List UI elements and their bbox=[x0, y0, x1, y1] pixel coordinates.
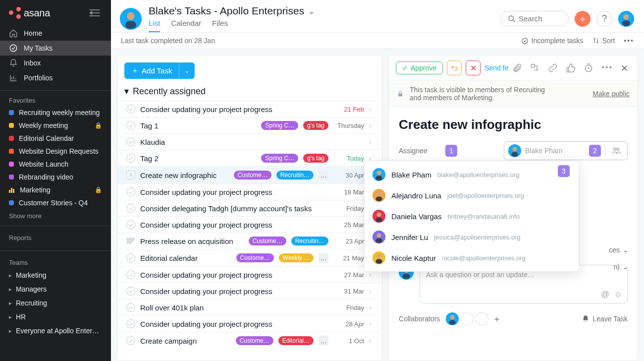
more-icon[interactable]: ••• bbox=[601, 63, 613, 73]
add-task-button[interactable]: ＋ Add Task bbox=[124, 62, 179, 79]
assignee-option[interactable]: Jennifer Lujessica@apolloenterprises.org bbox=[365, 227, 579, 247]
complete-checkbox[interactable] bbox=[126, 336, 135, 345]
project-pill[interactable]: g's tag bbox=[303, 121, 328, 130]
attachment-icon[interactable] bbox=[512, 63, 522, 73]
tab-calendar[interactable]: Calendar bbox=[171, 19, 201, 32]
task-row[interactable]: Consider updating your project progress1… bbox=[117, 183, 382, 200]
sidebar-favorite[interactable]: Customer Stories - Q4 bbox=[0, 196, 111, 209]
nav-my-tasks[interactable]: My Tasks bbox=[0, 41, 111, 56]
add-collaborator-slot[interactable] bbox=[476, 312, 488, 325]
search-box[interactable] bbox=[500, 11, 569, 26]
chevron-right-icon[interactable]: › bbox=[369, 337, 376, 345]
reports-heading[interactable]: Reports bbox=[0, 227, 111, 243]
project-pill[interactable]: Custome… bbox=[236, 253, 274, 262]
approve-button[interactable]: ✓ Approve bbox=[396, 61, 443, 74]
task-row[interactable]: Tag 1Spring C…g's tagThursday› bbox=[117, 117, 382, 133]
project-pill[interactable]: g's tag bbox=[303, 154, 328, 163]
search-input[interactable] bbox=[519, 14, 559, 23]
sidebar-team[interactable]: ▸Everyone at Apollo Enter… bbox=[0, 324, 111, 338]
chevron-right-icon[interactable]: › bbox=[369, 138, 376, 146]
followers-icon[interactable] bbox=[609, 147, 623, 155]
task-row[interactable]: Tag 2Spring C…g's tagToday› bbox=[117, 150, 382, 166]
project-pill[interactable]: Editorial… bbox=[278, 336, 314, 345]
tab-list[interactable]: List bbox=[149, 19, 160, 32]
assignee-option[interactable]: Alejandro Lunajoel@apolloenterprises.org bbox=[365, 185, 579, 206]
assignee-option[interactable]: Daniela Vargasbritney@randasana6.info bbox=[365, 206, 579, 227]
timer-icon[interactable] bbox=[584, 63, 593, 73]
chevron-right-icon[interactable]: › bbox=[369, 303, 376, 311]
project-pill[interactable]: Custome… bbox=[236, 336, 273, 345]
assignee-picker[interactable]: Blake Pham 2 bbox=[504, 141, 628, 160]
owner-avatar[interactable] bbox=[120, 8, 142, 30]
show-more-link[interactable]: Show more bbox=[0, 209, 111, 223]
complete-checkbox[interactable] bbox=[126, 303, 135, 312]
project-pill[interactable]: Custome… bbox=[249, 237, 286, 245]
sidebar-team[interactable]: ▸Marketing bbox=[0, 268, 111, 282]
project-pill[interactable]: Spring C… bbox=[261, 121, 298, 130]
complete-checkbox[interactable] bbox=[126, 154, 135, 163]
mention-icon[interactable]: @ bbox=[601, 290, 609, 299]
complete-checkbox[interactable] bbox=[126, 204, 135, 213]
more-projects-icon[interactable]: … bbox=[319, 253, 328, 263]
me-avatar[interactable] bbox=[618, 11, 634, 27]
project-pill[interactable]: Weekly … bbox=[279, 253, 314, 262]
sidebar-favorite[interactable]: Rebranding video bbox=[0, 171, 111, 183]
task-row[interactable]: Klaudia› bbox=[117, 133, 382, 150]
logo[interactable]: asana bbox=[9, 7, 50, 19]
chevron-right-icon[interactable]: › bbox=[369, 287, 376, 295]
project-pill[interactable]: Custome… bbox=[234, 171, 271, 180]
assignee-option[interactable]: Nicole Kapturnicole@apolloenterprises.or… bbox=[365, 247, 579, 268]
chevron-right-icon[interactable]: › bbox=[369, 105, 376, 113]
sidebar-favorite[interactable]: Website Launch bbox=[0, 158, 111, 171]
sidebar-collapse-icon[interactable] bbox=[87, 7, 102, 19]
complete-checkbox[interactable] bbox=[126, 253, 135, 262]
complete-checkbox[interactable] bbox=[126, 287, 135, 296]
task-row[interactable]: Consider updating your project progress2… bbox=[117, 266, 382, 283]
chevron-right-icon[interactable]: › bbox=[369, 271, 376, 279]
add-task-dropdown[interactable]: ⌄ bbox=[179, 62, 195, 79]
help-button[interactable]: ? bbox=[596, 11, 612, 27]
nav-home[interactable]: Home bbox=[0, 26, 111, 41]
complete-checkbox[interactable] bbox=[126, 220, 135, 229]
send-feedback-link[interactable]: Send fe bbox=[484, 64, 508, 72]
like-icon[interactable] bbox=[566, 63, 576, 73]
chevron-right-icon[interactable]: › bbox=[369, 320, 376, 328]
sidebar-favorite[interactable]: Marketing🔒 bbox=[0, 183, 111, 196]
task-row[interactable]: Consider updating your project progress2… bbox=[117, 101, 382, 117]
tab-files[interactable]: Files bbox=[212, 19, 228, 32]
more-projects-icon[interactable]: … bbox=[319, 170, 328, 180]
close-icon[interactable]: ✕ bbox=[621, 63, 631, 73]
more-projects-icon[interactable]: … bbox=[319, 336, 328, 346]
subtask-icon[interactable] bbox=[530, 63, 540, 73]
assignee-placeholder-icon[interactable] bbox=[126, 171, 135, 180]
nav-inbox[interactable]: Inbox bbox=[0, 56, 111, 70]
task-title[interactable]: Create new infographic bbox=[399, 117, 628, 132]
task-row[interactable]: Create new infographicCustome…Recruitin…… bbox=[117, 166, 382, 183]
project-pill[interactable]: Spring C… bbox=[261, 154, 298, 163]
collaborator-avatar[interactable] bbox=[446, 312, 459, 325]
emoji-icon[interactable]: ☺ bbox=[614, 290, 622, 299]
truncated-field-1[interactable]: ces⌄ bbox=[609, 246, 629, 254]
complete-checkbox[interactable] bbox=[126, 105, 135, 114]
task-row[interactable]: Consider updating your project progress2… bbox=[117, 315, 382, 332]
task-row[interactable]: Editorial calendarCustome…Weekly ……21 Ma… bbox=[117, 249, 382, 266]
more-icon[interactable]: ••• bbox=[624, 37, 634, 45]
assignee-option[interactable]: Blake Phamblake@apolloenterprises.org bbox=[365, 164, 579, 185]
filter-incomplete[interactable]: Incomplete tasks bbox=[521, 37, 584, 45]
milestone-icon[interactable] bbox=[126, 237, 135, 245]
task-row[interactable]: Press release on acquisitionCustome…Recr… bbox=[117, 233, 382, 249]
project-pill[interactable]: Recruitin… bbox=[276, 171, 314, 180]
reject-button[interactable]: ✕ bbox=[466, 60, 481, 75]
project-pill[interactable]: Recruitin… bbox=[291, 237, 328, 245]
chevron-down-icon[interactable]: ⌄ bbox=[308, 6, 315, 16]
complete-checkbox[interactable] bbox=[126, 270, 135, 279]
sidebar-favorite[interactable]: Recruiting weekly meeting bbox=[0, 106, 111, 119]
task-row[interactable]: Consider updating your project progress2… bbox=[117, 216, 382, 233]
sidebar-team[interactable]: ▸Managers bbox=[0, 282, 111, 296]
section-header[interactable]: ▾ Recently assigned bbox=[117, 84, 382, 101]
sidebar-team[interactable]: ▸HR bbox=[0, 310, 111, 324]
sort-button[interactable]: Sort bbox=[592, 37, 615, 45]
sidebar-favorite[interactable]: Weekly meeting🔒 bbox=[0, 119, 111, 132]
make-public-link[interactable]: Make public bbox=[592, 90, 630, 98]
chevron-right-icon[interactable]: › bbox=[369, 121, 376, 129]
